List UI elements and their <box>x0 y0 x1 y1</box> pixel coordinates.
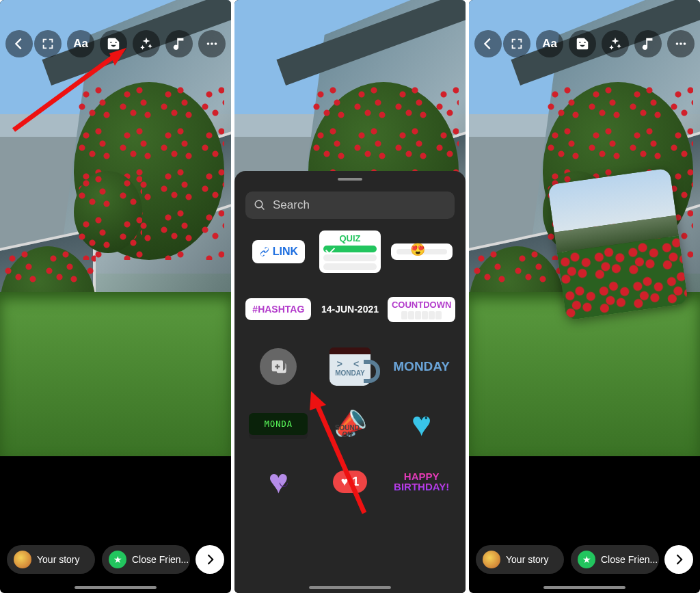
svg-point-8 <box>679 42 682 45</box>
close-friends-label: Close Frien... <box>601 554 658 565</box>
expand-button[interactable] <box>34 30 62 57</box>
sticker-heart-blue[interactable]: ♥ <box>390 402 454 446</box>
sticker-grid: LINK QUIZ #HASHTAG 14-JUN-2021 COUNTDOWN… <box>245 230 455 503</box>
back-button[interactable] <box>5 30 33 57</box>
close-friends-label: Close Frien... <box>132 554 189 565</box>
screen-2-sticker-tray: Search LINK QUIZ #HASHTAG 14-JUN-2021 CO… <box>234 0 466 593</box>
svg-point-2 <box>215 42 217 45</box>
sticker-link[interactable]: LINK <box>246 230 310 274</box>
svg-point-7 <box>676 42 679 45</box>
sticker-like-count[interactable]: ♥ 1 <box>318 460 382 503</box>
story-background-photo <box>469 0 700 456</box>
sticker-mug-monday[interactable]: > <MONDAY <box>318 345 382 388</box>
sticker-gallery[interactable] <box>246 345 310 388</box>
editor-toolbar: Aa <box>503 30 695 57</box>
effects-button[interactable] <box>602 30 629 57</box>
text-button[interactable]: Aa <box>67 30 94 57</box>
editor-toolbar: Aa <box>34 30 226 57</box>
next-button[interactable] <box>664 545 693 574</box>
back-button[interactable] <box>474 30 502 57</box>
sticker-button[interactable] <box>100 30 127 57</box>
close-friends-button[interactable]: Close Frien... <box>102 545 190 574</box>
your-story-button[interactable]: Your story <box>476 545 564 574</box>
sticker-quiz[interactable]: QUIZ <box>318 230 382 274</box>
your-story-label: Your story <box>506 554 549 565</box>
sticker-date[interactable]: 14-JUN-2021 <box>318 287 382 331</box>
sticker-monday-text[interactable]: MONDAY <box>390 345 454 388</box>
svg-point-1 <box>211 42 213 45</box>
screen-1-story-editor: Aa Your story Close Frien... <box>0 0 231 593</box>
sticker-countdown[interactable]: COUNTDOWN <box>390 287 454 331</box>
sheet-drag-handle[interactable] <box>338 178 362 181</box>
sticker-clock-monday[interactable]: MONDA <box>246 402 310 446</box>
effects-button[interactable] <box>133 30 160 57</box>
story-background-photo <box>0 0 231 456</box>
added-photo-sticker[interactable] <box>548 168 688 320</box>
expand-button[interactable] <box>503 30 530 57</box>
home-indicator <box>543 586 625 589</box>
text-button[interactable]: Aa <box>536 30 563 57</box>
sticker-sound-on[interactable]: 📣SOUNDON <box>318 402 382 446</box>
screen-3-photo-added: Aa Your story Close Frien... <box>469 0 700 593</box>
sticker-hashtag[interactable]: #HASHTAG <box>246 287 310 331</box>
more-button[interactable] <box>198 30 226 57</box>
sticker-button[interactable] <box>569 30 596 57</box>
close-friends-button[interactable]: Close Frien... <box>571 545 659 574</box>
sticker-sheet: Search LINK QUIZ #HASHTAG 14-JUN-2021 CO… <box>234 171 466 593</box>
search-placeholder: Search <box>273 198 310 212</box>
search-icon <box>254 199 266 211</box>
home-indicator <box>75 586 157 589</box>
sticker-emoji-slider[interactable] <box>390 230 454 274</box>
svg-point-0 <box>207 42 210 45</box>
next-button[interactable] <box>196 545 224 574</box>
share-bar: Your story Close Frien... <box>476 545 659 574</box>
music-button[interactable] <box>634 30 662 57</box>
your-story-label: Your story <box>37 554 80 565</box>
music-button[interactable] <box>165 30 193 57</box>
share-bar: Your story Close Frien... <box>7 545 190 574</box>
sticker-happy-birthday[interactable]: HAPPYBIRTHDAY! <box>390 460 454 503</box>
your-story-button[interactable]: Your story <box>7 545 95 574</box>
sticker-heart-purple[interactable]: ♥ <box>246 460 310 503</box>
svg-point-9 <box>684 42 686 45</box>
sticker-search[interactable]: Search <box>245 192 455 219</box>
more-button[interactable] <box>667 30 695 57</box>
home-indicator <box>309 586 391 589</box>
